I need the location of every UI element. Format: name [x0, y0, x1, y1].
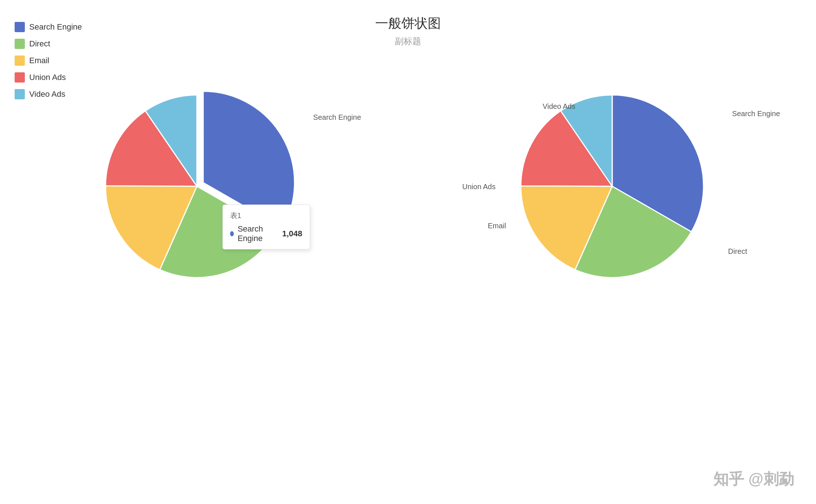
tooltip-row: Search Engine 1,048 — [230, 224, 302, 243]
legend-item-label: Direct — [29, 39, 50, 49]
legend-item: Search Engine — [15, 22, 82, 32]
legend-color-box — [15, 56, 25, 66]
chart-sub-title: 副标题 — [0, 35, 816, 47]
legend-item-label: Search Engine — [29, 22, 82, 32]
right-pie-label-direct: Direct — [728, 247, 747, 256]
left-pie-label-search: Search Engine — [313, 113, 361, 122]
chart-main-title: 一般饼状图 — [0, 15, 816, 33]
legend-color-box — [15, 22, 25, 32]
right-pie-label-search: Search Engine — [732, 110, 780, 118]
legend-item-label: Email — [29, 56, 49, 65]
chart-tooltip: 表1 Search Engine 1,048 — [222, 205, 310, 249]
right-pie-svg — [506, 80, 718, 292]
right-pie-chart: Search Engine Direct Email Union Ads Vid… — [506, 80, 718, 292]
left-pie-chart: 表1 Search Engine 1,048 Search Engine — [98, 80, 310, 292]
tooltip-dot — [230, 231, 234, 236]
left-pie-svg — [98, 80, 310, 292]
right-pie-label-video: Video Ads — [543, 102, 576, 111]
legend-item: Direct — [15, 39, 82, 49]
right-pie-label-email: Email — [488, 222, 506, 230]
tooltip-label: Search Engine — [237, 224, 278, 243]
tooltip-title: 表1 — [230, 211, 302, 221]
right-pie-label-union: Union Ads — [462, 183, 496, 191]
legend-color-box — [15, 39, 25, 49]
legend-item: Email — [15, 56, 82, 66]
charts-container: 表1 Search Engine 1,048 Search Engine Sea… — [0, 80, 816, 292]
chart-title-area: 一般饼状图 副标题 — [0, 0, 816, 47]
tooltip-value: 1,048 — [282, 229, 302, 238]
watermark: 知乎 @刺勐 — [713, 469, 794, 489]
